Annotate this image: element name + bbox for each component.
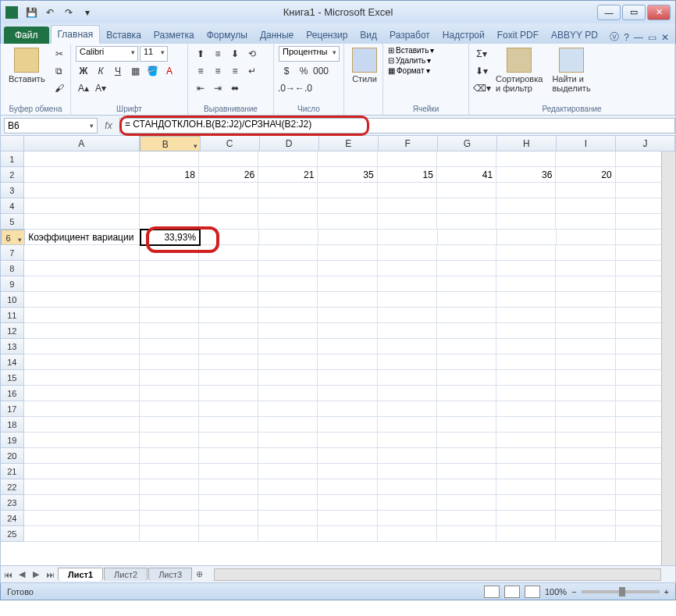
- cell-B17[interactable]: [140, 401, 199, 417]
- cell-A3[interactable]: [24, 183, 140, 198]
- cell-B9[interactable]: [140, 276, 199, 292]
- name-box[interactable]: B6: [4, 118, 98, 134]
- delete-cells-button[interactable]: ⊟ Удалить ▾: [388, 56, 431, 65]
- cell-H11[interactable]: [496, 308, 556, 323]
- cell-F11[interactable]: [378, 308, 437, 323]
- undo-button[interactable]: ↶: [41, 4, 59, 21]
- paste-button[interactable]: Вставить: [5, 46, 48, 85]
- col-header-J[interactable]: J: [616, 136, 675, 151]
- cell-E20[interactable]: [318, 448, 377, 464]
- cell-E2[interactable]: 35: [318, 167, 377, 183]
- cell-C7[interactable]: [199, 245, 258, 261]
- cell-D22[interactable]: [258, 479, 318, 495]
- cell-C11[interactable]: [199, 308, 258, 323]
- decrease-decimal-button[interactable]: ←.0: [296, 80, 311, 96]
- cell-G20[interactable]: [437, 448, 496, 464]
- cell-C10[interactable]: [199, 292, 258, 308]
- cell-I25[interactable]: [556, 526, 615, 542]
- row-header-23[interactable]: 23: [1, 495, 24, 511]
- row-header-9[interactable]: 9: [1, 276, 24, 292]
- cell-B8[interactable]: [140, 261, 199, 276]
- cell-I1[interactable]: [556, 151, 615, 167]
- new-sheet-button[interactable]: ⊕: [192, 568, 206, 582]
- row-header-6[interactable]: 6: [1, 230, 25, 245]
- col-header-H[interactable]: H: [497, 136, 557, 151]
- cell-B15[interactable]: [140, 370, 199, 386]
- cell-G23[interactable]: [437, 495, 496, 511]
- cell-F19[interactable]: [378, 433, 437, 448]
- cell-A4[interactable]: [24, 198, 140, 214]
- cell-G13[interactable]: [437, 339, 496, 354]
- cell-H13[interactable]: [496, 339, 556, 354]
- cell-I21[interactable]: [556, 464, 615, 479]
- cell-F8[interactable]: [378, 261, 437, 276]
- cell-F5[interactable]: [378, 214, 437, 230]
- cell-D5[interactable]: [258, 214, 318, 230]
- border-button[interactable]: ▦: [127, 63, 143, 79]
- cell-F16[interactable]: [378, 386, 437, 401]
- cell-C23[interactable]: [199, 495, 258, 511]
- col-header-I[interactable]: I: [557, 136, 616, 151]
- cell-E24[interactable]: [318, 511, 377, 526]
- cell-C13[interactable]: [199, 339, 258, 354]
- cell-E21[interactable]: [318, 464, 377, 479]
- cell-C21[interactable]: [199, 464, 258, 479]
- cell-E19[interactable]: [318, 433, 377, 448]
- cell-G21[interactable]: [437, 464, 496, 479]
- cell-H21[interactable]: [496, 464, 556, 479]
- cell-E18[interactable]: [318, 417, 377, 433]
- cell-H17[interactable]: [496, 401, 556, 417]
- horizontal-scrollbar[interactable]: [214, 568, 661, 581]
- cell-A6[interactable]: Коэффициент вариации: [25, 230, 141, 245]
- cell-E5[interactable]: [318, 214, 377, 230]
- cell-G12[interactable]: [437, 323, 496, 339]
- row-header-17[interactable]: 17: [1, 401, 24, 417]
- sheet-tab-1[interactable]: Лист1: [58, 568, 103, 581]
- cell-I3[interactable]: [556, 183, 615, 198]
- cell-B6[interactable]: 33,93%: [141, 230, 200, 245]
- cell-C3[interactable]: [199, 183, 258, 198]
- cell-B1[interactable]: [140, 151, 199, 167]
- row-header-1[interactable]: 1: [1, 151, 24, 167]
- cell-B2[interactable]: 18: [140, 167, 199, 183]
- cell-A16[interactable]: [24, 386, 140, 401]
- cell-B25[interactable]: [140, 526, 199, 542]
- cell-G24[interactable]: [437, 511, 496, 526]
- cell-A23[interactable]: [24, 495, 140, 511]
- percent-button[interactable]: %: [296, 63, 311, 79]
- cell-G10[interactable]: [437, 292, 496, 308]
- doc-restore[interactable]: ▭: [648, 32, 656, 43]
- row-header-8[interactable]: 8: [1, 261, 24, 276]
- view-pagebreak-button[interactable]: [525, 586, 540, 598]
- cell-H15[interactable]: [496, 370, 556, 386]
- cell-G19[interactable]: [437, 433, 496, 448]
- grid-body[interactable]: 121826213515413620323456Коэффициент вари…: [1, 151, 675, 565]
- tab-layout[interactable]: Разметка: [148, 27, 201, 44]
- row-header-14[interactable]: 14: [1, 354, 24, 370]
- cell-D17[interactable]: [258, 401, 318, 417]
- cell-I15[interactable]: [556, 370, 615, 386]
- cell-A17[interactable]: [24, 401, 140, 417]
- cell-H23[interactable]: [496, 495, 556, 511]
- cell-B7[interactable]: [140, 245, 199, 261]
- cell-D20[interactable]: [258, 448, 318, 464]
- cell-B5[interactable]: [140, 214, 199, 230]
- cell-F10[interactable]: [378, 292, 437, 308]
- cell-C5[interactable]: [199, 214, 258, 230]
- cell-H22[interactable]: [496, 479, 556, 495]
- tab-addins[interactable]: Надстрой: [436, 27, 491, 44]
- row-header-11[interactable]: 11: [1, 308, 24, 323]
- tab-review[interactable]: Рецензир: [300, 27, 354, 44]
- cell-E15[interactable]: [318, 370, 377, 386]
- row-header-2[interactable]: 2: [1, 167, 24, 183]
- tab-home[interactable]: Главная: [51, 25, 101, 44]
- cell-E22[interactable]: [318, 479, 377, 495]
- cell-I16[interactable]: [556, 386, 615, 401]
- row-header-16[interactable]: 16: [1, 386, 24, 401]
- cell-B14[interactable]: [140, 354, 199, 370]
- cell-E6[interactable]: [318, 230, 378, 245]
- font-color-button[interactable]: A: [162, 63, 177, 79]
- cell-B3[interactable]: [140, 183, 199, 198]
- sheet-nav-first[interactable]: ⏮: [1, 568, 15, 582]
- cell-H3[interactable]: [496, 183, 556, 198]
